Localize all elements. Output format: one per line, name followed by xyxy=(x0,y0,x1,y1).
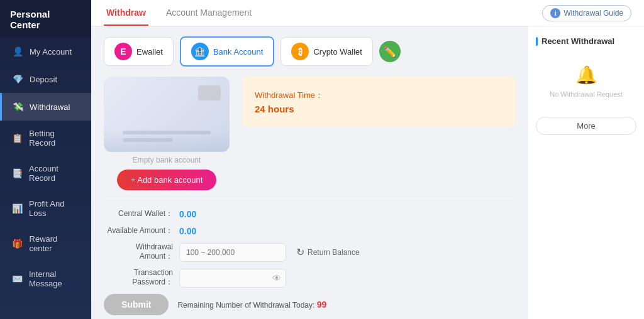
transaction-password-input[interactable] xyxy=(179,269,286,288)
card-visual-area: Empty bank account + Add bank account xyxy=(104,77,230,190)
recent-withdrawal-label: Recent Withdrawal xyxy=(541,36,614,46)
no-withdrawal-label: No Withdrawal Request xyxy=(550,90,623,98)
sidebar-item-my-account[interactable]: 👤 My Account xyxy=(0,38,91,65)
remaining-count: 99 xyxy=(317,300,327,310)
bank-account-button[interactable]: 🏦 Bank Account xyxy=(180,36,275,67)
transaction-password-label: Transaction Password： xyxy=(104,268,173,288)
withdrawal-amount-input[interactable] xyxy=(179,243,286,262)
withdrawal-time-box: Withdrawal Time： 24 hours xyxy=(242,77,515,127)
sidebar-item-account-record[interactable]: 📑 Account Record xyxy=(0,156,91,191)
sidebar-item-reward-center[interactable]: 🎁 Reward center xyxy=(0,226,91,261)
profit-loss-icon: 📊 xyxy=(12,203,23,214)
sidebar-label-account-record: Account Record xyxy=(29,164,81,183)
sidebar-label-withdrawal: Withdrawal xyxy=(30,102,70,112)
payment-methods: E Ewallet 🏦 Bank Account ₿ Crypto Wallet… xyxy=(104,36,515,67)
withdrawal-guide-label: Withdrawal Guide xyxy=(564,9,623,18)
tab-account-management[interactable]: Account Management xyxy=(164,0,254,26)
sidebar-label-betting-record: Betting Record xyxy=(29,129,81,148)
withdrawal-amount-row: Withdrawal Amount： ↻ Return Balance xyxy=(104,242,515,262)
sidebar-label-internal-message: Internal Message xyxy=(29,269,81,288)
sidebar-label-my-account: My Account xyxy=(30,47,72,57)
bank-icon: 🏦 xyxy=(191,43,209,60)
main-panel: Withdraw Account Management i Withdrawal… xyxy=(91,0,644,319)
ewallet-icon: E xyxy=(114,43,132,60)
remaining-text: Remaining Number of Withdrawal Today: 99 xyxy=(177,300,326,310)
info-icon: i xyxy=(550,8,560,18)
transaction-password-row: Transaction Password： 👁 xyxy=(104,268,515,288)
central-wallet-value: 0.00 xyxy=(179,209,196,219)
central-wallet-row: Central Wallet： 0.00 xyxy=(104,208,515,219)
sidebar: Personal Center 👤 My Account 💎 Deposit 💸… xyxy=(0,0,91,319)
add-bank-account-button[interactable]: + Add bank account xyxy=(117,170,217,190)
edit-button[interactable]: ✏️ xyxy=(379,41,401,62)
no-withdrawal-icon: 🔔 xyxy=(575,65,597,85)
content-area: E Ewallet 🏦 Bank Account ₿ Crypto Wallet… xyxy=(91,26,644,319)
submit-row: Submit Remaining Number of Withdrawal To… xyxy=(104,294,515,315)
card-empty-label: Empty bank account xyxy=(133,156,201,165)
ewallet-label: Ewallet xyxy=(136,47,163,57)
sidebar-item-profit-and-loss[interactable]: 📊 Profit And Loss xyxy=(0,191,91,226)
available-amount-row: Available Amount： 0.00 xyxy=(104,225,515,236)
crypto-wallet-button[interactable]: ₿ Crypto Wallet xyxy=(280,37,373,66)
withdrawal-time-value: 24 hours xyxy=(255,104,502,114)
bank-card-area: Empty bank account + Add bank account Wi… xyxy=(104,77,515,190)
sidebar-item-internal-message[interactable]: ✉️ Internal Message xyxy=(0,261,91,296)
sidebar-title: Personal Center xyxy=(0,0,91,38)
return-balance-button[interactable]: ↻ Return Balance xyxy=(296,246,360,258)
right-panel: Recent Withdrawal 🔔 No Withdrawal Reques… xyxy=(528,26,644,319)
tab-withdraw[interactable]: Withdraw xyxy=(104,0,148,26)
account-record-icon: 📑 xyxy=(12,168,23,179)
withdrawal-form: Central Wallet： 0.00 Available Amount： 0… xyxy=(104,200,515,288)
my-account-icon: 👤 xyxy=(12,46,23,57)
available-amount-label: Available Amount： xyxy=(104,225,173,236)
title-bar-icon xyxy=(536,37,538,46)
crypto-icon: ₿ xyxy=(291,43,309,60)
sidebar-item-deposit[interactable]: 💎 Deposit xyxy=(0,65,91,93)
recent-withdrawal-title: Recent Withdrawal xyxy=(536,36,636,46)
betting-record-icon: 📋 xyxy=(12,132,23,144)
sidebar-label-profit-and-loss: Profit And Loss xyxy=(29,199,81,218)
message-icon: ✉️ xyxy=(12,273,23,284)
password-input-wrap: 👁 xyxy=(179,269,286,288)
sidebar-label-reward-center: Reward center xyxy=(30,234,81,253)
available-amount-value: 0.00 xyxy=(179,226,196,236)
sidebar-item-betting-record[interactable]: 📋 Betting Record xyxy=(0,121,91,156)
sidebar-label-deposit: Deposit xyxy=(30,75,57,84)
ewallet-button[interactable]: E Ewallet xyxy=(104,37,174,66)
withdrawal-icon: 💸 xyxy=(12,101,23,112)
central-wallet-label: Central Wallet： xyxy=(104,208,173,219)
return-icon: ↻ xyxy=(296,246,304,258)
bank-account-label: Bank Account xyxy=(213,47,264,57)
bank-card-visual xyxy=(104,77,230,152)
center-panel: E Ewallet 🏦 Bank Account ₿ Crypto Wallet… xyxy=(91,26,528,319)
withdrawal-guide-button[interactable]: i Withdrawal Guide xyxy=(542,5,631,21)
card-landscape xyxy=(104,129,230,152)
return-balance-label: Return Balance xyxy=(308,248,360,257)
tab-bar: Withdraw Account Management i Withdrawal… xyxy=(91,0,644,26)
eye-icon[interactable]: 👁 xyxy=(272,273,281,283)
sidebar-item-withdrawal[interactable]: 💸 Withdrawal xyxy=(0,93,91,121)
no-withdrawal-area: 🔔 No Withdrawal Request xyxy=(536,52,636,111)
remaining-prefix: Remaining Number of Withdrawal Today: xyxy=(177,301,314,310)
withdrawal-time-label: Withdrawal Time： xyxy=(255,90,502,101)
crypto-wallet-label: Crypto Wallet xyxy=(313,47,362,57)
reward-icon: 🎁 xyxy=(12,238,23,249)
more-button[interactable]: More xyxy=(536,117,636,135)
submit-button[interactable]: Submit xyxy=(104,294,169,315)
withdrawal-amount-label: Withdrawal Amount： xyxy=(104,242,173,262)
deposit-icon: 💎 xyxy=(12,73,23,85)
